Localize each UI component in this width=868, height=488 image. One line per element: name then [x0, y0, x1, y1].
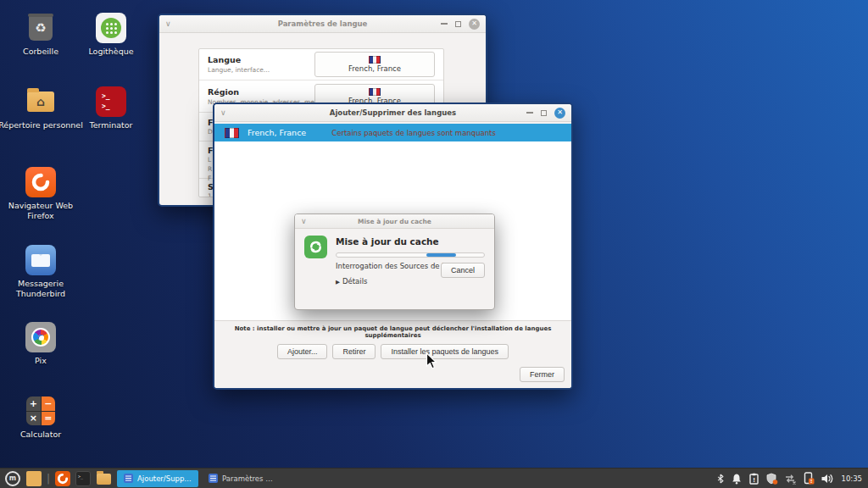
home-folder-icon: ⌂ — [25, 86, 56, 117]
row-label: Langue — [208, 55, 314, 64]
pix-icon — [25, 322, 56, 352]
note-text: Note : installer ou mettre à jour un paq… — [221, 325, 565, 339]
terminal-launcher-icon[interactable]: >_ — [75, 471, 91, 486]
window-title: Ajouter/Supprimer des langues — [214, 108, 571, 117]
row-label: Région — [208, 87, 314, 97]
dialog-mise-a-jour-du-cache: ∨ Mise à jour du cache Mise à jour du ca… — [294, 214, 495, 310]
details-expander[interactable]: ▶Détails — [336, 277, 485, 286]
desktop-icon-label: Logithèque — [88, 47, 133, 57]
file-manager-launcher-icon[interactable] — [96, 471, 111, 486]
progress-chunk — [426, 253, 456, 257]
row-sublabel: Langue, interface... — [208, 66, 314, 74]
france-flag-icon — [369, 56, 381, 64]
notifications-icon[interactable] — [731, 473, 743, 485]
desktop-icon-label: Messagerie Thunderbird — [0, 279, 83, 299]
taskbar-separator: | — [47, 473, 50, 485]
desktop-icon-logitheque[interactable]: Logithèque — [69, 13, 153, 57]
add-language-button[interactable]: Ajouter... — [277, 344, 328, 359]
desktop-icon-label: Corbeille — [23, 47, 58, 57]
trash-icon: ♻ — [25, 13, 56, 43]
svg-text:!: ! — [752, 476, 754, 483]
mouse-cursor — [426, 352, 438, 374]
maximize-icon[interactable] — [455, 21, 461, 27]
shield-icon[interactable] — [765, 473, 778, 485]
taskbar: m | >_ Ajouter/Supprimer de... Paramètre… — [0, 468, 868, 488]
desktop-icon-thunderbird[interactable]: Messagerie Thunderbird — [0, 245, 83, 299]
desktop-icon-label: Terminator — [90, 120, 133, 130]
thunderbird-icon — [25, 245, 56, 275]
close-icon[interactable]: ✕ — [554, 108, 565, 119]
install-language-packs-button[interactable]: Installer les paquets de langues — [381, 344, 509, 359]
desktop-icon-label: Navigateur Web Firefox — [0, 201, 83, 221]
cancel-button[interactable]: Cancel — [441, 263, 485, 278]
minimize-icon[interactable] — [526, 112, 533, 114]
clock[interactable]: 10:35 — [842, 474, 863, 483]
minimize-icon[interactable] — [441, 23, 448, 25]
desktop-icon-label: Pix — [35, 356, 47, 366]
remove-language-button[interactable]: Retirer — [332, 344, 376, 359]
firefox-icon — [25, 167, 56, 197]
close-window-button[interactable]: Fermer — [520, 367, 565, 382]
desktop-icon-terminator[interactable]: >_>_ Terminator — [69, 86, 153, 130]
start-menu-button[interactable]: m — [5, 471, 20, 486]
refresh-cache-icon — [304, 236, 327, 258]
language-value-button[interactable]: French, France — [314, 52, 435, 77]
bluetooth-icon[interactable] — [716, 473, 725, 485]
system-tray: ! ! 10:35 — [716, 472, 865, 485]
network-icon[interactable] — [784, 473, 797, 485]
calculator-icon: +−×= — [25, 396, 56, 426]
volume-icon[interactable] — [821, 473, 834, 485]
dialog-heading: Mise à jour du cache — [336, 236, 485, 247]
clipboard-icon[interactable]: ! — [748, 473, 760, 485]
dialog-title: Mise à jour du cache — [295, 218, 494, 225]
france-flag-icon — [369, 88, 381, 96]
device-alert-icon[interactable]: ! — [803, 472, 815, 485]
terminal-icon: >_>_ — [96, 86, 126, 117]
titlebar[interactable]: ∨ Ajouter/Supprimer des langues ✕ — [214, 104, 571, 122]
language-window-footer: Note : installer ou mettre à jour un paq… — [214, 320, 571, 388]
language-name: French, France — [248, 128, 306, 137]
titlebar[interactable]: ∨ Paramètres de langue ✕ — [159, 15, 486, 33]
window-mini-icon — [124, 474, 133, 483]
desktop-icon-label: Calculator — [20, 430, 61, 440]
language-list-row-selected[interactable]: French, France Certains paquets de langu… — [214, 124, 571, 141]
firefox-launcher-icon[interactable] — [55, 471, 70, 486]
taskbar-window-ajouter-supprimer[interactable]: Ajouter/Supprimer de... — [117, 470, 198, 487]
titlebar[interactable]: ∨ Mise à jour du cache — [295, 214, 494, 229]
close-icon[interactable]: ✕ — [469, 19, 480, 30]
svg-text:!: ! — [810, 478, 812, 484]
window-mini-icon — [209, 474, 218, 483]
software-center-icon — [96, 13, 126, 43]
expander-triangle-icon: ▶ — [336, 279, 340, 286]
desktop-icon-firefox[interactable]: Navigateur Web Firefox — [0, 167, 83, 221]
settings-row-langue[interactable]: Langue Langue, interface... French, Fran… — [199, 49, 443, 80]
progress-bar — [336, 252, 485, 258]
desktop-icon-pix[interactable]: Pix — [0, 322, 83, 366]
desktop-icon-calculator[interactable]: +−×= Calculator — [0, 396, 83, 440]
maximize-icon[interactable] — [541, 110, 547, 116]
language-status: Certains paquets de langues sont manquan… — [331, 129, 496, 137]
show-desktop-button[interactable] — [26, 471, 42, 486]
window-title: Paramètres de langue — [159, 19, 486, 28]
taskbar-window-parametres[interactable]: Paramètres de langue — [202, 470, 283, 487]
france-flag-icon — [225, 128, 239, 138]
